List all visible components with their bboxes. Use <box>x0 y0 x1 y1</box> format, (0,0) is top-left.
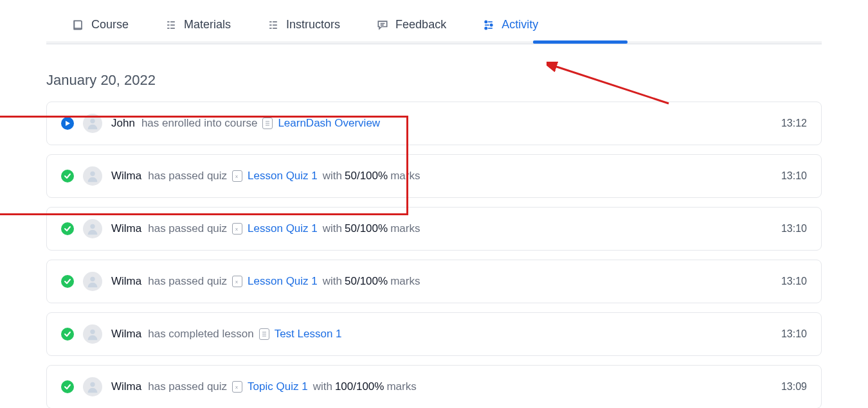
marks-text: marks <box>390 275 420 288</box>
activity-row: Wilmahas passed quizxLesson Quiz 1with50… <box>46 260 822 303</box>
annotation-arrow-icon <box>0 222 16 305</box>
user-name: Wilma <box>111 380 141 393</box>
play-icon <box>61 117 74 130</box>
activity-link[interactable]: Lesson Quiz 1 <box>248 222 318 235</box>
user-name: Wilma <box>111 275 141 288</box>
quiz-icon: x <box>232 170 242 182</box>
svg-text:x: x <box>235 226 238 232</box>
tab-label: Instructors <box>286 18 340 31</box>
activity-link[interactable]: Test Lesson 1 <box>275 328 342 341</box>
tabs-bar: Course Materials Instructors <box>46 0 822 44</box>
svg-point-20 <box>90 119 95 123</box>
activity-row: Johnhas enrolled into courseLearnDash Ov… <box>46 102 822 145</box>
tab-instructors[interactable]: Instructors <box>267 18 340 31</box>
activity-row: Wilmahas completed lessonTest Lesson 113… <box>46 312 822 356</box>
score-text: 50/100% <box>345 222 388 235</box>
avatar <box>83 219 102 238</box>
tab-label: Materials <box>184 18 231 31</box>
action-text: has passed quiz <box>148 222 227 235</box>
activity-time: 13:09 <box>781 381 807 393</box>
activity-link[interactable]: Lesson Quiz 1 <box>248 170 318 182</box>
svg-point-28 <box>90 277 95 281</box>
with-text: with <box>313 380 332 393</box>
document-icon <box>259 328 269 340</box>
score-text: 100/100% <box>335 380 384 393</box>
activity-time: 13:10 <box>781 223 807 235</box>
avatar <box>83 166 102 186</box>
marks-text: marks <box>390 222 420 235</box>
marks-text: marks <box>390 170 420 182</box>
check-icon <box>61 170 74 182</box>
list-icon <box>267 19 280 31</box>
avatar <box>83 377 102 396</box>
chat-icon <box>376 19 389 31</box>
with-text: with <box>323 222 342 235</box>
activity-time: 13:10 <box>781 170 807 182</box>
user-name: Wilma <box>111 328 141 341</box>
sliders-icon <box>482 19 495 31</box>
marks-text: marks <box>386 380 416 393</box>
avatar <box>83 114 102 133</box>
avatar <box>83 324 102 344</box>
user-name: Wilma <box>111 222 141 235</box>
with-text: with <box>323 275 342 288</box>
tabs-divider <box>46 41 822 45</box>
activity-link[interactable]: Lesson Quiz 1 <box>248 275 318 288</box>
tab-activity[interactable]: Activity <box>482 18 538 31</box>
activity-list: Johnhas enrolled into courseLearnDash Ov… <box>46 102 822 408</box>
check-icon <box>61 275 74 288</box>
score-text: 50/100% <box>345 275 388 288</box>
tab-label: Feedback <box>395 18 446 31</box>
activity-link[interactable]: LearnDash Overview <box>278 117 380 130</box>
tab-materials[interactable]: Materials <box>165 18 231 31</box>
svg-point-26 <box>90 224 95 229</box>
action-text: has passed quiz <box>148 380 227 393</box>
list-icon <box>165 19 177 31</box>
svg-text:x: x <box>235 173 238 179</box>
svg-text:x: x <box>235 279 238 285</box>
svg-point-16 <box>491 24 493 26</box>
book-icon <box>72 19 85 31</box>
activity-row: Wilmahas passed quizxLesson Quiz 1with50… <box>46 154 822 198</box>
activity-time: 13:10 <box>781 328 807 340</box>
quiz-icon: x <box>232 223 242 235</box>
action-text: has passed quiz <box>148 170 227 182</box>
action-text: has enrolled into course <box>141 117 258 130</box>
quiz-icon: x <box>232 381 242 393</box>
action-text: has completed lesson <box>148 328 253 341</box>
activity-time: 13:12 <box>781 118 807 129</box>
activity-time: 13:10 <box>781 276 807 287</box>
tab-label: Course <box>91 18 129 31</box>
avatar <box>83 272 102 291</box>
svg-point-34 <box>90 382 95 387</box>
activity-row: Wilmahas passed quizxTopic Quiz 1with100… <box>46 365 822 408</box>
date-header: January 20, 2022 <box>46 72 822 89</box>
score-text: 50/100% <box>345 170 388 182</box>
tab-label: Activity <box>502 18 538 31</box>
check-icon <box>61 222 74 235</box>
check-icon <box>61 380 74 393</box>
svg-text:x: x <box>235 384 238 390</box>
quiz-icon: x <box>232 276 242 287</box>
svg-point-24 <box>90 172 95 176</box>
activity-row: Wilmahas passed quizxLesson Quiz 1with50… <box>46 207 822 251</box>
svg-point-30 <box>90 330 95 334</box>
with-text: with <box>323 170 342 182</box>
active-tab-underline <box>533 40 628 44</box>
user-name: Wilma <box>111 170 141 182</box>
tab-feedback[interactable]: Feedback <box>376 18 446 31</box>
document-icon <box>262 118 273 129</box>
user-name: John <box>111 117 135 130</box>
svg-point-14 <box>485 21 487 22</box>
svg-point-18 <box>485 27 487 29</box>
check-icon <box>61 328 74 341</box>
activity-link[interactable]: Topic Quiz 1 <box>248 380 308 393</box>
page-container: Course Materials Instructors <box>0 0 868 408</box>
action-text: has passed quiz <box>148 275 227 288</box>
tab-course[interactable]: Course <box>72 18 129 31</box>
